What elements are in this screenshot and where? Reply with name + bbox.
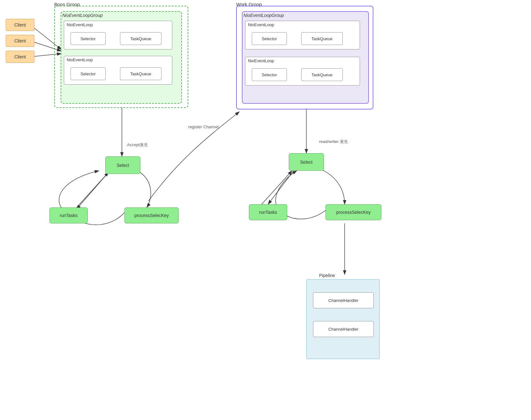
boss-selector-1: Selector <box>71 32 106 45</box>
svg-line-7 <box>77 172 108 209</box>
client-3: Client <box>6 51 34 63</box>
svg-line-9 <box>268 171 294 204</box>
boss-event-loop-1-label: NioEventLoop <box>64 21 172 28</box>
diagram-container: Boos Groop NioEventLoopGroup NioEventLoo… <box>0 0 531 420</box>
boss-taskqueue-1: TaskQueue <box>120 32 161 45</box>
work-event-loop-2: NioEventLoop Selector TaskQueue <box>245 57 360 86</box>
boss-event-loop-2-label: NioEventLoop <box>64 56 172 64</box>
boss-selector-2: Selector <box>71 67 106 80</box>
client-2: Client <box>6 35 34 47</box>
nio-boss-group-label: NioEventLoopGroup <box>62 13 103 18</box>
accept-annotation: Accept发生 <box>127 142 148 148</box>
work-select-box: Select <box>289 153 324 171</box>
work-taskqueue-1: TaskQueue <box>301 32 343 45</box>
work-event-loop-2-label: NioEventLoop <box>245 57 360 64</box>
boss-select-box: Select <box>105 156 140 174</box>
channel-handler-2: ChannelHandler <box>313 321 374 337</box>
work-run-tasks-box: runTasks <box>249 204 287 220</box>
work-process-selec-key-box: processSelecKey <box>325 204 381 220</box>
pipeline-box: ChannelHandler ChannelHandler <box>306 279 380 359</box>
channel-handler-1: ChannelHandler <box>313 292 374 308</box>
work-selector-1: Selector <box>252 32 287 45</box>
client-1: Client <box>6 19 34 31</box>
svg-line-10 <box>262 171 292 204</box>
boss-process-selec-key-box: processSelecKey <box>124 207 179 223</box>
work-selector-2: Selector <box>252 68 287 81</box>
work-event-loop-1-label: NioEventLoop <box>245 21 360 28</box>
boss-taskqueue-2: TaskQueue <box>120 67 161 80</box>
read-writer-annotation: read/writer 发生 <box>319 139 348 145</box>
boss-event-loop-1: NioEventLoop Selector TaskQueue <box>64 21 172 49</box>
boss-event-loop-2: NioEventLoop Selector TaskQueue <box>64 56 172 85</box>
register-channel-annotation: register Channel <box>188 124 219 129</box>
nio-work-group-label: NioEventLoopGroup <box>243 13 284 18</box>
boss-run-tasks-box: runTasks <box>49 207 88 223</box>
work-taskqueue-2: TaskQueue <box>301 68 343 81</box>
work-event-loop-1: NioEventLoop Selector TaskQueue <box>245 21 360 49</box>
pipeline-label: Pipeline <box>319 273 335 278</box>
svg-line-6 <box>77 172 108 207</box>
